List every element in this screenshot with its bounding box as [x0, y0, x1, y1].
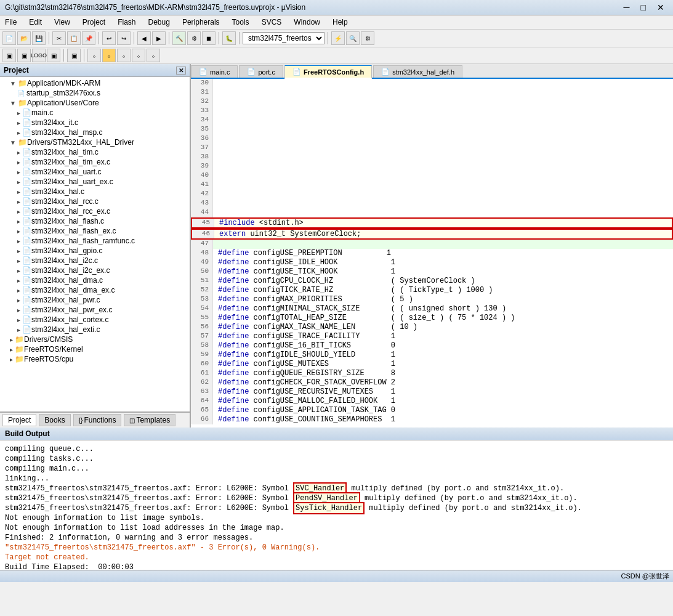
save-button[interactable]: 💾: [32, 31, 46, 45]
tree-label: Application/MDK-ARM: [27, 79, 100, 87]
tree-item-app-user[interactable]: ▼ 📁 Application/User/Core: [0, 98, 190, 108]
tb2-btn8[interactable]: ⬦: [117, 49, 131, 62]
debug-button[interactable]: 🐛: [222, 31, 236, 45]
search-button[interactable]: 🔍: [346, 31, 360, 45]
tb2-btn7[interactable]: ⬦: [102, 49, 116, 62]
tree-item-hal-exti[interactable]: ▸ 📄 stm32l4xx_hal_exti.c: [0, 325, 190, 334]
tree-item-hal[interactable]: ▸ 📄 stm32l4xx_hal.c: [0, 187, 190, 197]
open-button[interactable]: 📂: [17, 31, 31, 45]
settings-button[interactable]: ⚙: [361, 31, 374, 45]
menu-project[interactable]: Project: [80, 17, 108, 28]
paste-button[interactable]: 📌: [82, 31, 95, 45]
expand-icon: ▸: [17, 159, 20, 166]
status-right: CSDN @张世泽: [621, 572, 669, 581]
tree-item-msp[interactable]: ▸ 📄 stm32l4xx_hal_msp.c: [0, 128, 190, 137]
tab-project[interactable]: Project: [2, 414, 36, 426]
tab-templates[interactable]: ◫ Templates: [124, 414, 175, 426]
menu-file[interactable]: File: [2, 17, 19, 28]
build-line: compiling main.c...: [5, 464, 668, 474]
menu-edit[interactable]: Edit: [26, 17, 44, 28]
menu-peripherals[interactable]: Peripherals: [180, 17, 222, 28]
tree-item-hal-uart-ex[interactable]: ▸ 📄 stm32l4xx_hal_uart_ex.c: [0, 177, 190, 187]
expand-icon: ▸: [17, 129, 20, 136]
tree-item-hal-uart[interactable]: ▸ 📄 stm32l4xx_hal_uart.c: [0, 167, 190, 177]
undo-button[interactable]: ↩: [102, 31, 116, 45]
toolbar: 📄 📂 💾 ✂ 📋 📌 ↩ ↪ ◀ ▶ 🔨 ⚙ ⏹ 🐛 stm32l475_fr…: [0, 30, 673, 47]
tree-item-it[interactable]: ▸ 📄 stm32l4xx_it.c: [0, 118, 190, 128]
tree-item-startup[interactable]: 📄 startup_stm32l476xx.s: [0, 88, 190, 98]
line-code: [213, 171, 673, 180]
tree-item-hal-rcc-ex[interactable]: ▸ 📄 stm32l4xx_hal_rcc_ex.c: [0, 206, 190, 216]
tree-item-hal-cortex[interactable]: ▸ 📄 stm32l4xx_hal_cortex.c: [0, 315, 190, 325]
tree-item-hal-tim[interactable]: ▸ 📄 stm32l4xx_hal_tim.c: [0, 147, 190, 157]
new-file-button[interactable]: 📄: [2, 31, 16, 45]
tree-item-hal-i2c[interactable]: ▸ 📄 stm32l4xx_hal_i2c.c: [0, 256, 190, 265]
tb2-btn3[interactable]: LOGO: [32, 49, 46, 62]
tree-item-hal-rcc[interactable]: ▸ 📄 stm32l4xx_hal_rcc.c: [0, 197, 190, 206]
tree-item-hal-driver[interactable]: ▼ 📁 Drivers/STM32L4xx_HAL_Driver: [0, 137, 190, 147]
tab-books[interactable]: Books: [39, 414, 70, 426]
build-line: Not enough information to list image sym…: [5, 513, 668, 523]
menu-view[interactable]: View: [52, 17, 73, 28]
menu-debug[interactable]: Debug: [146, 17, 172, 28]
tree-item-hal-pwr-ex[interactable]: ▸ 📄 stm32l4xx_hal_pwr_ex.c: [0, 305, 190, 315]
menu-svcs[interactable]: SVCS: [259, 17, 284, 28]
tree-item-hal-i2c-ex[interactable]: ▸ 📄 stm32l4xx_hal_i2c_ex.c: [0, 265, 190, 275]
options-button[interactable]: ⚡: [331, 31, 345, 45]
toolbar2-sep2: [84, 49, 84, 62]
stop-button[interactable]: ⏹: [202, 31, 216, 45]
expand-icon: ▸: [10, 356, 13, 363]
tab-functions[interactable]: {} Functions: [73, 414, 122, 426]
tree-item-freertos-cpu[interactable]: ▸ 📁 FreeRTOS/cpu: [0, 354, 190, 364]
tree-item-hal-flash[interactable]: ▸ 📄 stm32l4xx_hal_flash.c: [0, 216, 190, 226]
project-panel-close-icon[interactable]: ✕: [176, 67, 186, 75]
tab-freertos-config[interactable]: 📄 FreeRTOSConfig.h: [284, 65, 372, 79]
menu-window[interactable]: Window: [291, 17, 323, 28]
rebuild-button[interactable]: ⚙: [187, 31, 201, 45]
expand-icon: ▸: [17, 317, 20, 323]
menu-tools[interactable]: Tools: [230, 17, 252, 28]
tree-item-hal-tim-ex[interactable]: ▸ 📄 stm32l4xx_hal_tim_ex.c: [0, 157, 190, 167]
back-button[interactable]: ◀: [137, 31, 151, 45]
tree-label: stm32l4xx_hal_msp.c: [31, 128, 102, 137]
tb2-btn4[interactable]: ▣: [47, 49, 60, 62]
tb2-btn9[interactable]: ⬦: [132, 49, 145, 62]
menu-help[interactable]: Help: [330, 17, 350, 28]
tree-item-hal-gpio[interactable]: ▸ 📄 stm32l4xx_hal_gpio.c: [0, 246, 190, 256]
tree-item-hal-flash-ramfunc[interactable]: ▸ 📄 stm32l4xx_hal_flash_ramfunc.c: [0, 236, 190, 246]
tree-label: stm32l4xx_hal_gpio.c: [31, 246, 102, 255]
code-editor[interactable]: 30313233343536373839404142434445#include…: [191, 79, 673, 428]
build-button[interactable]: 🔨: [172, 31, 186, 45]
tree-item-hal-dma[interactable]: ▸ 📄 stm32l4xx_hal_dma.c: [0, 275, 190, 285]
tree-item-app-mdk[interactable]: ▼ 📁 Application/MDK-ARM: [0, 78, 190, 88]
tree-item-cmsis[interactable]: ▸ 📁 Drivers/CMSIS: [0, 334, 190, 344]
tree-label: stm32l4xx_hal_uart.c: [31, 168, 101, 176]
tab-hal-def[interactable]: 📄 stm32l4xx_hal_def.h: [373, 65, 462, 78]
copy-button[interactable]: 📋: [67, 31, 81, 45]
tab-port-c[interactable]: 📄 port.c: [239, 65, 283, 78]
tree-item-hal-flash-ex[interactable]: ▸ 📄 stm32l4xx_hal_flash_ex.c: [0, 226, 190, 236]
redo-button[interactable]: ↪: [117, 31, 131, 45]
expand-icon: ▸: [17, 257, 20, 264]
close-button[interactable]: ✕: [653, 2, 668, 12]
tb2-btn6[interactable]: ⬦: [87, 49, 101, 62]
tb2-btn10[interactable]: ⬦: [147, 49, 160, 62]
tab-main-c[interactable]: 📄 main.c: [191, 65, 238, 78]
tree-item-hal-dma-ex[interactable]: ▸ 📄 stm32l4xx_hal_dma_ex.c: [0, 285, 190, 295]
target-selector[interactable]: stm32l475_freertos: [243, 32, 324, 44]
tree-item-freertos-kernel[interactable]: ▸ 📁 FreeRTOS/Kernel: [0, 344, 190, 354]
file-icon: 📄: [22, 256, 31, 265]
build-output[interactable]: compiling queue.c...compiling tasks.c...…: [0, 440, 673, 570]
tb2-btn5[interactable]: ▣: [67, 49, 81, 62]
menu-flash[interactable]: Flash: [115, 17, 138, 28]
tb2-btn2[interactable]: ▣: [17, 49, 31, 62]
tb2-btn1[interactable]: ▣: [2, 49, 16, 62]
toolbar-sep6: [239, 32, 240, 44]
cut-button[interactable]: ✂: [52, 31, 66, 45]
tree-item-hal-pwr[interactable]: ▸ 📄 stm32l4xx_hal_pwr.c: [0, 295, 190, 305]
tree-item-main[interactable]: ▸ 📄 main.c: [0, 108, 190, 118]
minimize-button[interactable]: ─: [620, 2, 634, 12]
maximize-button[interactable]: □: [637, 2, 650, 12]
forward-button[interactable]: ▶: [152, 31, 166, 45]
tab-icon: 📄: [247, 68, 256, 76]
